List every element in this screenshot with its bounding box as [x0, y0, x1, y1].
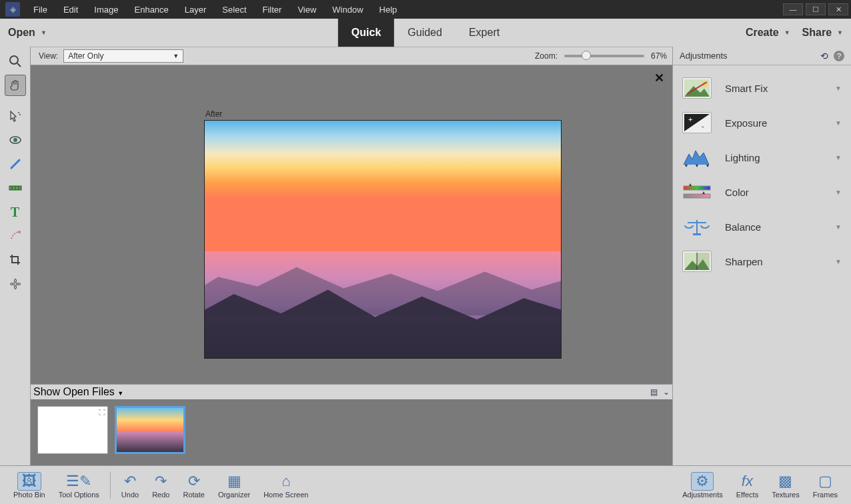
footer-label: Frames	[813, 491, 838, 499]
mode-quick[interactable]: Quick	[338, 19, 394, 47]
minimize-button[interactable]: —	[783, 3, 803, 15]
bin-thumb-1[interactable]: ⛶	[37, 406, 108, 454]
textures-icon: ▩	[778, 472, 792, 491]
adj-smart-fix[interactable]: Smart Fix ▼	[673, 71, 851, 105]
menu-window[interactable]: Window	[324, 5, 371, 15]
adj-label: Exposure	[725, 117, 835, 129]
svg-rect-24	[684, 194, 710, 198]
bin-menu-icon[interactable]: ▤	[650, 387, 658, 397]
adj-label: Balance	[725, 221, 835, 233]
open-button[interactable]: Open▼	[8, 27, 47, 39]
tool-options-icon: ☰✎	[66, 472, 91, 491]
svg-point-2	[18, 112, 19, 113]
hand-tool[interactable]	[5, 75, 26, 96]
footer-label: Organizer	[218, 491, 250, 499]
footer-redo[interactable]: ↷Redo	[152, 472, 169, 499]
chevron-down-icon: ▼	[835, 189, 842, 196]
balance-icon	[682, 216, 712, 237]
footer-textures[interactable]: ▩Textures	[772, 472, 800, 499]
zoom-tool[interactable]	[5, 51, 26, 72]
footer-rotate[interactable]: ⟳Rotate	[183, 472, 204, 499]
menu-image[interactable]: Image	[86, 5, 126, 15]
svg-rect-29	[693, 233, 701, 235]
text-tool[interactable]: T	[5, 201, 26, 223]
mode-expert[interactable]: Expert	[456, 19, 513, 47]
footer-adjustments[interactable]: ⚙Adjustments	[682, 472, 723, 499]
bin-filter-dropdown[interactable]: Show Open Files ▼	[33, 386, 160, 398]
chevron-down-icon: ▼	[117, 390, 123, 397]
options-bar: View: After Only ▼ Zoom: 67%	[31, 47, 672, 65]
menu-enhance[interactable]: Enhance	[127, 5, 177, 15]
adjustments-icon: ⚙	[691, 472, 714, 491]
quick-select-tool[interactable]	[5, 105, 26, 127]
footer-photo-bin[interactable]: 🖼Photo Bin	[13, 472, 45, 499]
image-canvas[interactable]	[204, 120, 562, 359]
svg-text:-: -	[702, 122, 704, 130]
spot-heal-tool[interactable]	[5, 225, 26, 247]
redeye-tool[interactable]	[5, 129, 26, 151]
menu-select[interactable]: Select	[214, 5, 254, 15]
zoom-slider-thumb[interactable]	[582, 51, 591, 60]
bin-collapse-icon[interactable]: ⌄	[663, 387, 670, 397]
straighten-tool[interactable]	[5, 177, 26, 199]
menu-view[interactable]: View	[289, 5, 324, 15]
menu-file[interactable]: File	[25, 5, 55, 15]
reset-icon[interactable]: ⟲	[820, 51, 828, 61]
chevron-down-icon: ▼	[784, 29, 790, 36]
adj-color[interactable]: Color ▼	[673, 175, 851, 209]
footer-tool-options[interactable]: ☰✎Tool Options	[59, 472, 99, 499]
close-window-button[interactable]: ✕	[828, 3, 848, 15]
chevron-down-icon: ▼	[41, 29, 47, 36]
footer-frames[interactable]: ▢Frames	[813, 472, 838, 499]
view-dropdown[interactable]: After Only ▼	[63, 49, 183, 63]
footer-label: Undo	[121, 491, 139, 499]
svg-text:+: +	[688, 115, 692, 123]
whiten-teeth-tool[interactable]	[5, 153, 26, 175]
zoom-label: Zoom:	[535, 51, 558, 61]
adj-sharpen[interactable]: Sharpen ▼	[673, 244, 851, 279]
menu-edit[interactable]: Edit	[55, 5, 86, 15]
crop-tool[interactable]	[5, 249, 26, 271]
adj-exposure[interactable]: +- Exposure ▼	[673, 105, 851, 140]
after-label: After	[205, 109, 222, 119]
canvas-area: ✕ After	[31, 65, 672, 384]
bin-thumb-2[interactable]	[115, 406, 185, 454]
adj-label: Sharpen	[725, 256, 835, 267]
chevron-down-icon: ▼	[835, 223, 842, 231]
chevron-down-icon: ▼	[835, 85, 842, 92]
close-document-button[interactable]: ✕	[654, 71, 664, 85]
svg-marker-22	[706, 165, 709, 167]
adj-label: Smart Fix	[725, 83, 835, 94]
zoom-slider[interactable]	[564, 55, 644, 57]
footer-label: Home Screen	[263, 491, 308, 499]
footer-home[interactable]: ⌂Home Screen	[263, 472, 308, 499]
footer-effects[interactable]: fxEffects	[736, 472, 758, 499]
menu-layer[interactable]: Layer	[177, 5, 215, 15]
footer-label: Redo	[152, 491, 169, 499]
adj-lighting[interactable]: Lighting ▼	[673, 140, 851, 175]
view-label: View:	[39, 51, 58, 61]
menu-filter[interactable]: Filter	[255, 5, 290, 15]
create-label: Create	[746, 27, 779, 39]
effects-icon: fx	[742, 472, 753, 491]
move-tool[interactable]	[5, 273, 26, 295]
app-logo-icon: ◈	[5, 2, 20, 17]
footer-undo[interactable]: ↶Undo	[121, 472, 139, 499]
footer-label: Rotate	[183, 491, 204, 499]
footer-label: Adjustments	[682, 491, 723, 499]
help-icon[interactable]: ?	[834, 51, 844, 61]
mode-guided[interactable]: Guided	[394, 19, 456, 47]
svg-point-3	[19, 114, 21, 115]
color-icon	[682, 181, 712, 203]
frames-icon: ▢	[818, 472, 832, 491]
adj-balance[interactable]: Balance ▼	[673, 209, 851, 244]
footer-organizer[interactable]: ▦Organizer	[218, 472, 250, 499]
sharpen-icon	[682, 251, 712, 272]
rotate-icon: ⟳	[188, 472, 200, 491]
share-button[interactable]: Share▼	[802, 27, 843, 39]
menu-help[interactable]: Help	[371, 5, 405, 15]
photo-bin: Show Open Files ▼ ▤ ⌄ ⛶	[31, 384, 672, 465]
create-button[interactable]: Create▼	[746, 27, 790, 39]
maximize-button[interactable]: ☐	[806, 3, 826, 15]
redo-icon: ↷	[155, 472, 167, 491]
